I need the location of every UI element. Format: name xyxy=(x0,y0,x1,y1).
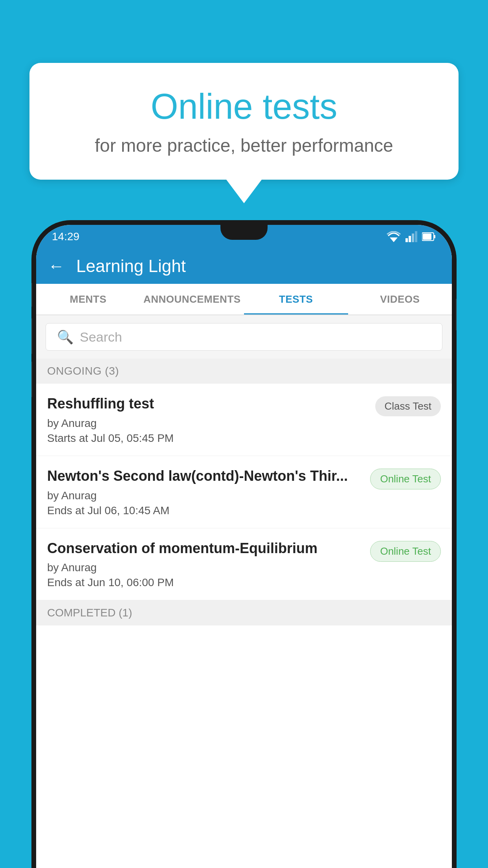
tab-ments[interactable]: MENTS xyxy=(36,284,140,314)
wifi-icon xyxy=(387,231,401,242)
test-name-1: Reshuffling test xyxy=(47,395,367,413)
section-ongoing-header: ONGOING (3) xyxy=(36,359,452,384)
test-author-2: by Anurag xyxy=(47,489,362,502)
signal-icon xyxy=(405,231,417,242)
phone-wrapper: 14:29 xyxy=(31,220,457,868)
test-info-3: Conservation of momentum-Equilibrium by … xyxy=(47,539,362,589)
phone-volume-up-btn xyxy=(31,283,32,307)
tabs-container: MENTS ANNOUNCEMENTS TESTS VIDEOS xyxy=(36,284,452,315)
phone-side-btn-right xyxy=(456,299,457,330)
phone-volume-down-btn xyxy=(31,318,32,354)
test-badge-2: Online Test xyxy=(370,469,441,489)
test-badge-3: Online Test xyxy=(370,541,441,562)
section-completed-header: COMPLETED (1) xyxy=(36,600,452,625)
svg-rect-2 xyxy=(409,236,411,242)
test-date-1: Starts at Jul 05, 05:45 PM xyxy=(47,432,367,445)
notch xyxy=(220,225,268,240)
app-header: ← Learning Light xyxy=(36,248,452,284)
search-input-wrapper[interactable]: 🔍 Search xyxy=(46,323,442,351)
app-title: Learning Light xyxy=(76,256,186,276)
test-item-1[interactable]: Reshuffling test by Anurag Starts at Jul… xyxy=(36,384,452,456)
test-date-3: Ends at Jun 10, 06:00 PM xyxy=(47,576,362,589)
tab-tests[interactable]: TESTS xyxy=(244,284,348,314)
svg-rect-4 xyxy=(415,231,417,242)
test-name-3: Conservation of momentum-Equilibrium xyxy=(47,539,362,558)
test-author-1: by Anurag xyxy=(47,417,367,430)
test-list: Reshuffling test by Anurag Starts at Jul… xyxy=(36,384,452,600)
speech-bubble-subtitle: for more practice, better performance xyxy=(61,135,427,156)
speech-bubble-wrapper: Online tests for more practice, better p… xyxy=(29,63,459,203)
svg-marker-0 xyxy=(390,237,398,242)
test-badge-1: Class Test xyxy=(375,396,441,416)
battery-icon xyxy=(422,232,436,241)
status-bar: 14:29 xyxy=(36,225,452,248)
search-container: 🔍 Search xyxy=(36,315,452,359)
test-item-3[interactable]: Conservation of momentum-Equilibrium by … xyxy=(36,528,452,601)
search-placeholder: Search xyxy=(80,329,122,345)
back-button[interactable]: ← xyxy=(48,257,64,276)
svg-rect-1 xyxy=(405,238,408,242)
phone-frame: 14:29 xyxy=(31,220,457,868)
search-icon: 🔍 xyxy=(57,329,73,345)
svg-rect-7 xyxy=(423,234,431,240)
test-date-2: Ends at Jul 06, 10:45 AM xyxy=(47,504,362,517)
speech-bubble: Online tests for more practice, better p… xyxy=(29,63,459,180)
test-name-2: Newton's Second law(contd)-Newton's Thir… xyxy=(47,467,362,485)
status-icons xyxy=(387,231,436,242)
tab-announcements[interactable]: ANNOUNCEMENTS xyxy=(140,284,244,314)
speech-bubble-arrow xyxy=(226,180,262,203)
speech-bubble-title: Online tests xyxy=(61,86,427,127)
svg-rect-6 xyxy=(434,235,435,238)
tab-videos[interactable]: VIDEOS xyxy=(348,284,452,314)
svg-rect-3 xyxy=(412,234,414,242)
test-info-1: Reshuffling test by Anurag Starts at Jul… xyxy=(47,395,367,445)
test-info-2: Newton's Second law(contd)-Newton's Thir… xyxy=(47,467,362,517)
test-item-2[interactable]: Newton's Second law(contd)-Newton's Thir… xyxy=(36,456,452,528)
test-author-3: by Anurag xyxy=(47,561,362,574)
phone-inner: 14:29 xyxy=(36,225,452,868)
status-time: 14:29 xyxy=(52,230,79,243)
phone-power-btn xyxy=(31,362,32,397)
